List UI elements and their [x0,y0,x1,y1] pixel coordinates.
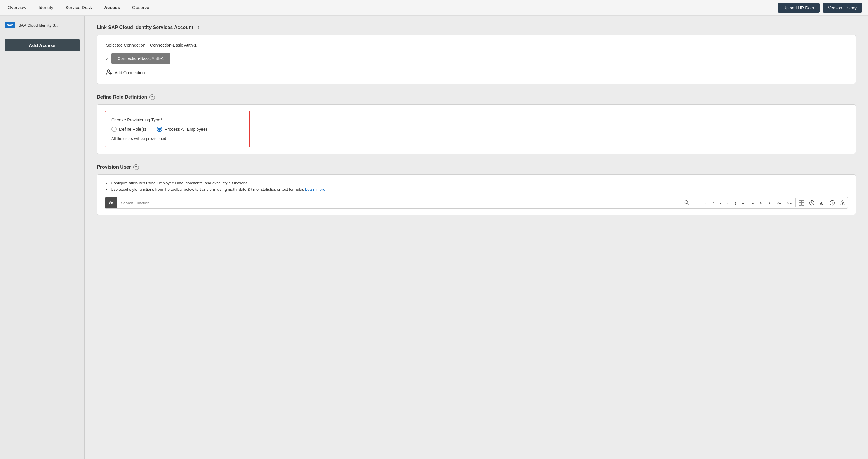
toolbar-settings-icon[interactable] [837,198,848,207]
svg-line-11 [812,203,813,203]
search-function-input[interactable] [117,198,681,208]
svg-text:A: A [819,201,823,206]
radio-define-roles-circle [111,126,117,132]
toolbar-neq-button[interactable]: != [747,198,757,208]
upload-hr-data-button[interactable]: Upload HR Data [778,3,819,13]
nav-service-desk[interactable]: Service Desk [64,0,93,16]
nav-observe[interactable]: Observe [131,0,151,16]
provisioning-type-label: Choose Provisioning Type* [111,117,243,122]
svg-line-4 [688,203,689,204]
toolbar-multiply-button[interactable]: * [710,198,717,208]
learn-more-link[interactable]: Learn more [305,187,325,192]
provisioning-box: Choose Provisioning Type* Define Role(s)… [105,111,250,147]
toolbar-lparen-button[interactable]: ( [724,198,732,208]
top-navigation: Overview Identity Service Desk Access Ob… [0,0,868,16]
toolbar-plus-button[interactable]: + [694,198,702,208]
toolbar-lte-button[interactable]: <= [774,198,784,208]
bullet-item-1: Configure attributes using Employee Data… [111,181,848,185]
provision-bullet-list: Configure attributes using Employee Data… [105,181,848,192]
selected-connection-row: Selected Connection : Connection-Basic A… [106,43,846,48]
define-role-title-text: Define Role Definition [97,94,147,100]
toolbar-minus-button[interactable]: - [702,198,710,208]
svg-rect-7 [799,203,801,205]
nav-access[interactable]: Access [102,0,122,16]
define-role-section: Define Role Definition ? Choose Provisio… [97,94,856,154]
svg-line-20 [841,201,842,202]
add-connection-row[interactable]: Add Connection [106,69,846,76]
provisioning-note: All the users will be provisioned [111,136,243,141]
nav-actions: Upload HR Data Version History [778,3,862,13]
function-toolbar: fx + - * / ( ) = != > < <= [105,197,848,209]
sidebar-app-name: SAP Cloud Identity S... [19,23,71,28]
nav-items: Overview Identity Service Desk Access Ob… [6,0,778,16]
svg-rect-8 [802,203,804,205]
selected-connection-label: Selected Connection : [106,43,148,48]
toolbar-clock-icon[interactable] [807,198,817,207]
radio-process-all-label: Process All Employees [164,127,208,132]
sap-logo: SAP [4,22,16,28]
content-area: Link SAP Cloud Identity Services Account… [85,16,868,459]
selected-connection-value: Connection-Basic Auth-1 [150,43,196,48]
search-icon[interactable] [681,198,692,208]
svg-rect-6 [802,200,804,203]
toolbar-divide-button[interactable]: / [717,198,724,208]
provision-card: Configure attributes using Employee Data… [97,174,856,215]
link-sap-title: Link SAP Cloud Identity Services Account… [97,25,856,30]
link-sap-title-text: Link SAP Cloud Identity Services Account [97,25,193,30]
toolbar-gte-button[interactable]: >= [784,198,795,208]
provision-user-help-icon[interactable]: ? [133,164,139,170]
toolbar-divider-1 [693,198,693,207]
toolbar-text-icon[interactable]: A [817,198,827,207]
toolbar-grid-icon[interactable] [796,198,807,207]
role-card: Choose Provisioning Type* Define Role(s)… [97,105,856,154]
link-sap-help-icon[interactable]: ? [196,25,201,30]
svg-line-23 [841,204,842,205]
sidebar-menu-icon[interactable]: ⋮ [74,22,80,28]
toolbar-rparen-button[interactable]: ) [732,198,739,208]
radio-define-roles-label: Define Role(s) [119,127,146,132]
sidebar: SAP SAP Cloud Identity S... ⋮ Add Access [0,16,85,459]
radio-process-all-circle [157,126,162,132]
nav-identity[interactable]: Identity [37,0,55,16]
radio-group: Define Role(s) Process All Employees [111,126,243,132]
define-role-help-icon[interactable]: ? [149,94,155,100]
fx-label: fx [105,197,117,208]
chevron-right-icon[interactable]: › [106,56,108,61]
add-connection-icon [106,69,112,76]
radio-process-all[interactable]: Process All Employees [157,126,208,132]
provision-user-title-text: Provision User [97,164,131,170]
connection-row: › Connection-Basic Auth-1 [106,53,846,64]
radio-define-roles[interactable]: Define Role(s) [111,126,146,132]
svg-rect-5 [799,200,801,203]
provision-user-section: Provision User ? Configure attributes us… [97,164,856,215]
provision-user-title: Provision User ? [97,164,856,170]
sidebar-header: SAP SAP Cloud Identity S... ⋮ [4,22,80,33]
toolbar-eq-button[interactable]: = [739,198,748,208]
toolbar-lt-button[interactable]: < [765,198,774,208]
main-layout: SAP SAP Cloud Identity S... ⋮ Add Access… [0,16,868,459]
link-sap-section: Link SAP Cloud Identity Services Account… [97,25,856,84]
add-connection-label: Add Connection [115,70,145,75]
version-history-button[interactable]: Version History [823,3,862,13]
svg-text:i: i [832,201,833,205]
svg-line-22 [844,201,845,202]
svg-point-0 [107,69,110,72]
link-sap-card: Selected Connection : Connection-Basic A… [97,35,856,84]
svg-line-21 [844,204,845,205]
svg-point-15 [842,202,843,204]
nav-overview[interactable]: Overview [6,0,28,16]
add-access-button[interactable]: Add Access [4,39,80,52]
toolbar-info-icon[interactable]: i [827,198,837,207]
connection-basic-auth-button[interactable]: Connection-Basic Auth-1 [111,53,170,64]
define-role-title: Define Role Definition ? [97,94,856,100]
bullet-item-2: Use excel-style functions from the toolb… [111,187,848,192]
toolbar-gt-button[interactable]: > [757,198,765,208]
